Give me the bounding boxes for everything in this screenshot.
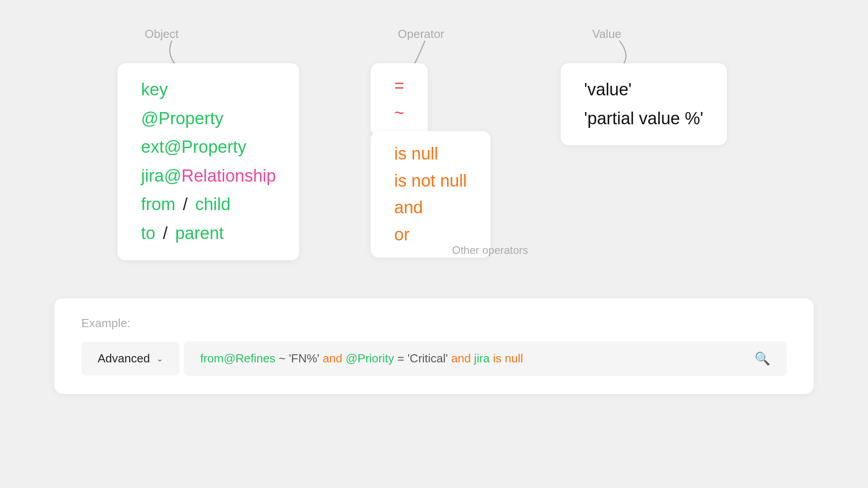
jira-prefix: jira@ <box>141 166 181 185</box>
diagram-wrapper: Object key @Property ext@Property jira@R… <box>118 27 750 289</box>
query-critical-value: 'Critical' <box>407 352 448 365</box>
example-label: Example: <box>81 316 787 330</box>
query-from-refines: from@Refines <box>200 352 276 365</box>
value-item-1: 'value' <box>584 80 703 100</box>
query-jira: jira <box>474 352 490 365</box>
query-text: from@Refines ~ 'FN%' and @Priority = 'Cr… <box>200 352 745 366</box>
query-priority: @Priority <box>345 352 394 365</box>
query-and-2: and <box>451 352 474 365</box>
operator-or: or <box>394 225 467 245</box>
operator-and: and <box>394 197 467 218</box>
object-item-property: @Property <box>141 108 276 129</box>
advanced-button-label: Advanced <box>98 352 150 366</box>
search-input[interactable]: from@Refines ~ 'FN%' and @Priority = 'Cr… <box>184 341 787 376</box>
operator-card-bottom: is null is not null and or <box>371 131 491 258</box>
relationship-suffix: Relationship <box>181 166 276 185</box>
query-is-null: is null <box>493 352 523 365</box>
chevron-down-icon: ⌄ <box>156 354 163 364</box>
search-button[interactable]: 🔍 <box>755 351 770 366</box>
bottom-bar: Example: Advanced ⌄ from@Refines ~ 'FN%'… <box>54 298 814 394</box>
advanced-button[interactable]: Advanced ⌄ <box>81 342 179 375</box>
object-item-jira-relationship: jira@Relationship <box>141 166 276 187</box>
operator-card-top: = ~ <box>371 63 428 136</box>
parent-text: parent <box>175 224 224 243</box>
to-text: to <box>141 224 156 243</box>
from-text: from <box>141 195 175 214</box>
separator-2: / <box>158 224 173 243</box>
value-label: Value <box>592 27 622 41</box>
main-area: Object key @Property ext@Property jira@R… <box>0 0 868 488</box>
object-item-key: key <box>141 80 276 100</box>
query-fn-value: 'FN%' <box>289 352 320 365</box>
operator-equals: = <box>394 76 404 97</box>
other-operators-label: Other operators <box>452 244 528 257</box>
operator-is-not-null: is not null <box>394 171 467 192</box>
object-card: key @Property ext@Property jira@Relation… <box>118 63 299 260</box>
separator-1: / <box>178 195 193 214</box>
value-item-2: 'partial value %' <box>584 108 703 129</box>
operator-label: Operator <box>398 27 444 41</box>
object-item-to-parent: to / parent <box>141 223 276 244</box>
operator-tilde: ~ <box>394 103 404 124</box>
object-item-ext-property: ext@Property <box>141 137 276 158</box>
object-item-from-child: from / child <box>141 194 276 215</box>
query-and-1: and <box>323 352 346 365</box>
child-text: child <box>195 195 231 214</box>
query-equals: = <box>397 352 407 365</box>
operator-is-null: is null <box>394 144 467 164</box>
value-card: 'value' 'partial value %' <box>561 63 727 145</box>
object-label: Object <box>145 27 179 41</box>
query-tilde: ~ <box>278 352 288 365</box>
search-icon: 🔍 <box>755 352 770 366</box>
search-bar: Advanced ⌄ from@Refines ~ 'FN%' and @Pri… <box>81 341 787 376</box>
